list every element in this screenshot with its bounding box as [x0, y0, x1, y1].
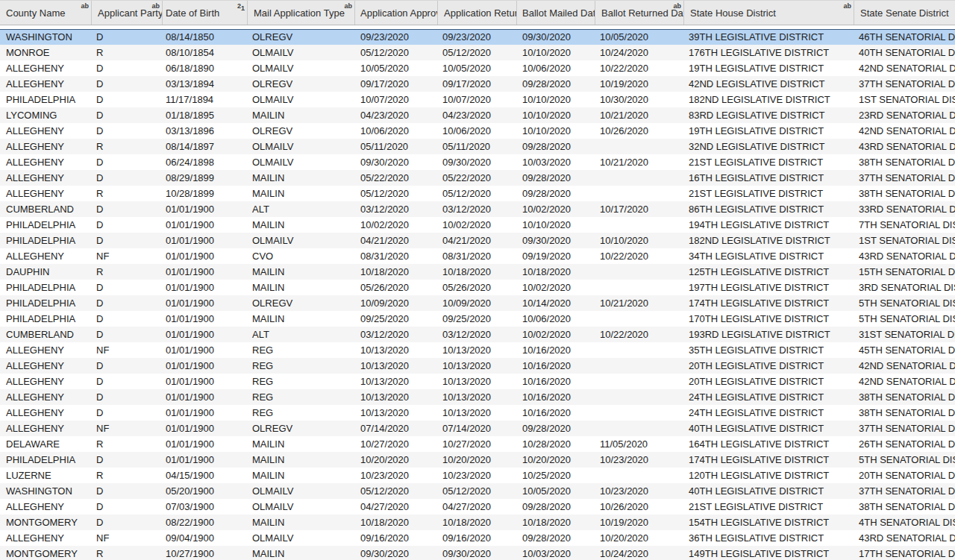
table-cell: PHILADELPHIA	[0, 298, 92, 309]
table-cell: ALLEGHENY	[0, 125, 92, 136]
table-row[interactable]: PHILADELPHIAD01/01/1900MAILIN05/26/20200…	[0, 280, 955, 295]
table-cell: 09/25/2020	[438, 313, 517, 324]
table-row[interactable]: ALLEGHENYD01/01/1900REG10/13/202010/13/2…	[0, 405, 955, 421]
table-cell: LYCOMING	[0, 110, 92, 121]
table-row[interactable]: ALLEGHENYD03/13/1896OLREGV10/06/202010/0…	[0, 123, 955, 139]
table-cell: 33RD SENATORIAL DISTRICT	[854, 204, 955, 215]
table-cell: 11/05/2020	[595, 438, 684, 450]
number-type-icon: 21	[237, 2, 245, 10]
table-row[interactable]: ALLEGHENYNF01/01/1900OLREGV07/14/202007/…	[0, 421, 955, 436]
column-header[interactable]: Applicant Partyab	[92, 1, 163, 25]
table-cell: 10/16/2020	[517, 360, 595, 371]
table-cell: PHILADELPHIA	[0, 282, 92, 293]
table-row[interactable]: PHILADELPHIAD01/01/1900MAILIN09/25/20200…	[0, 311, 955, 327]
table-cell: 21ST LEGISLATIVE DISTRICT	[684, 501, 854, 512]
table-cell: 10/10/2020	[517, 125, 595, 136]
table-cell: 10/13/2020	[355, 376, 438, 387]
table-cell: 09/28/2020	[517, 78, 595, 89]
table-row[interactable]: CUMBERLANDD01/01/1900ALT03/12/202003/12/…	[0, 201, 955, 217]
table-row[interactable]: PHILADELPHIAD01/01/1900MAILIN10/20/20201…	[0, 452, 955, 468]
table-row[interactable]: MONTGOMERYD08/22/1900MAILIN10/18/202010/…	[0, 515, 955, 530]
table-cell: 10/30/2020	[595, 94, 684, 105]
table-cell: 09/28/2020	[517, 188, 595, 199]
table-cell: 10/10/2020	[517, 94, 595, 105]
table-row[interactable]: ALLEGHENYD01/01/1900REG10/13/202010/13/2…	[0, 389, 955, 405]
table-row[interactable]: ALLEGHENYD01/01/1900REG10/13/202010/13/2…	[0, 358, 955, 374]
table-cell: 10/23/2020	[595, 454, 684, 465]
table-row[interactable]: ALLEGHENYR08/14/1897OLMAILV05/11/202005/…	[0, 139, 955, 154]
table-cell: D	[92, 282, 163, 293]
column-header-label: Date of Birth	[166, 7, 219, 19]
table-row[interactable]: PHILADELPHIAD11/17/1894OLMAILV10/07/2020…	[0, 92, 955, 107]
column-header[interactable]: Mail Application Typeab	[248, 1, 355, 25]
table-cell: OLREGV	[248, 78, 355, 89]
table-cell: 03/12/2020	[438, 204, 517, 215]
table-row[interactable]: LYCOMINGD01/18/1895MAILIN04/23/202004/23…	[0, 107, 955, 123]
column-header[interactable]: Application Return Date	[438, 1, 517, 25]
table-cell: OLREGV	[248, 125, 355, 136]
table-cell: 10/19/2020	[595, 517, 684, 528]
table-cell: 10/13/2020	[438, 376, 517, 387]
table-cell: 09/28/2020	[517, 141, 595, 152]
table-cell: 09/28/2020	[517, 501, 595, 512]
table-cell: 31ST SENATORIAL DISTRICT	[854, 329, 955, 340]
column-header[interactable]: Date of Birth21	[163, 1, 248, 25]
table-cell: 20TH SENATORIAL DISTRICT	[854, 470, 955, 481]
table-row[interactable]: ALLEGHENYNF01/01/1900REG10/13/202010/13/…	[0, 342, 955, 358]
table-row[interactable]: PHILADELPHIAD01/01/1900OLMAILV04/21/2020…	[0, 233, 955, 248]
table-cell: 37TH SENATORIAL DISTRICT	[854, 78, 955, 89]
table-cell: 10/28/1899	[163, 188, 248, 199]
table-row[interactable]: CUMBERLANDD01/01/1900ALT03/12/202003/12/…	[0, 327, 955, 342]
table-cell: 21ST LEGISLATIVE DISTRICT	[684, 157, 854, 168]
table-row[interactable]: WASHINGTOND05/20/1900OLMAILV05/12/202005…	[0, 483, 955, 499]
table-cell: PHILADELPHIA	[0, 454, 92, 465]
table-cell: D	[92, 407, 163, 418]
table-row[interactable]: WASHINGTOND08/14/1850OLREGV09/23/202009/…	[0, 29, 955, 45]
table-row[interactable]: PHILADELPHIAD01/01/1900OLREGV10/09/20201…	[0, 295, 955, 311]
table-cell: ALLEGHENY	[0, 63, 92, 74]
column-header[interactable]: Ballot Mailed Date	[517, 1, 595, 25]
table-cell: 1ST SENATORIAL DISTRICT	[854, 235, 955, 246]
table-row[interactable]: DELAWARER01/01/1900MAILIN10/27/202010/27…	[0, 436, 955, 452]
table-cell: 5TH SENATORIAL DISTRICT	[854, 298, 955, 309]
table-cell: 10/27/2020	[438, 438, 517, 450]
table-row[interactable]: ALLEGHENYD06/24/1898OLMAILV09/30/202009/…	[0, 154, 955, 170]
table-cell: 05/12/2020	[355, 485, 438, 497]
table-row[interactable]: MONROER08/10/1854OLMAILV05/12/202005/12/…	[0, 45, 955, 60]
table-row[interactable]: ALLEGHENYR10/28/1899MAILIN05/12/202005/1…	[0, 186, 955, 201]
column-header[interactable]: State Senate District	[854, 1, 955, 25]
table-row[interactable]: ALLEGHENYD08/29/1899MAILIN05/22/202005/2…	[0, 170, 955, 186]
table-cell: 182ND LEGISLATIVE DISTRICT	[684, 94, 854, 105]
table-cell: D	[92, 110, 163, 121]
table-cell: 01/01/1900	[163, 329, 248, 340]
table-cell: 10/18/2020	[355, 517, 438, 528]
table-cell: 10/26/2020	[595, 125, 684, 136]
table-row[interactable]: ALLEGHENYD01/01/1900REG10/13/202010/13/2…	[0, 374, 955, 389]
table-row[interactable]: DAUPHINR01/01/1900MAILIN10/18/202010/18/…	[0, 264, 955, 280]
table-row[interactable]: MONTGOMERYR10/27/1900MAILIN09/30/202009/…	[0, 546, 955, 560]
table-row[interactable]: ALLEGHENYD07/03/1900OLMAILV04/27/202004/…	[0, 499, 955, 515]
table-row[interactable]: ALLEGHENYNF01/01/1900CVO08/31/202008/31/…	[0, 248, 955, 264]
table-cell: 10/16/2020	[517, 391, 595, 403]
table-row[interactable]: ALLEGHENYD03/13/1894OLREGV09/17/202009/1…	[0, 76, 955, 92]
table-cell: 10/02/2020	[517, 204, 595, 215]
table-cell: 10/10/2020	[517, 219, 595, 230]
table-cell: 01/01/1900	[163, 204, 248, 215]
table-cell: 174TH LEGISLATIVE DISTRICT	[684, 298, 854, 309]
table-cell: 05/12/2020	[438, 485, 517, 497]
table-cell: MAILIN	[248, 517, 355, 528]
table-row[interactable]: ALLEGHENYNF09/04/1900OLMAILV09/16/202009…	[0, 530, 955, 546]
table-row[interactable]: PHILADELPHIAD01/01/1900MAILIN10/02/20201…	[0, 217, 955, 233]
column-header[interactable]: Ballot Returned Dateab	[595, 1, 684, 25]
table-row[interactable]: LUZERNER04/15/1900MAILIN10/23/202010/23/…	[0, 468, 955, 483]
column-header[interactable]: State House Districtab	[684, 1, 854, 25]
table-cell: 08/22/1900	[163, 517, 248, 528]
table-cell: LUZERNE	[0, 470, 92, 481]
table-cell: 01/01/1900	[163, 235, 248, 246]
table-row[interactable]: ALLEGHENYD06/18/1890OLMAILV10/05/202010/…	[0, 60, 955, 76]
table-cell: ALLEGHENY	[0, 376, 92, 387]
table-cell: 3RD SENATORIAL DISTRICT	[854, 282, 955, 293]
text-type-icon: ab	[81, 2, 89, 10]
column-header[interactable]: County Nameab	[0, 1, 92, 25]
column-header[interactable]: Application Approved Date	[355, 1, 438, 25]
